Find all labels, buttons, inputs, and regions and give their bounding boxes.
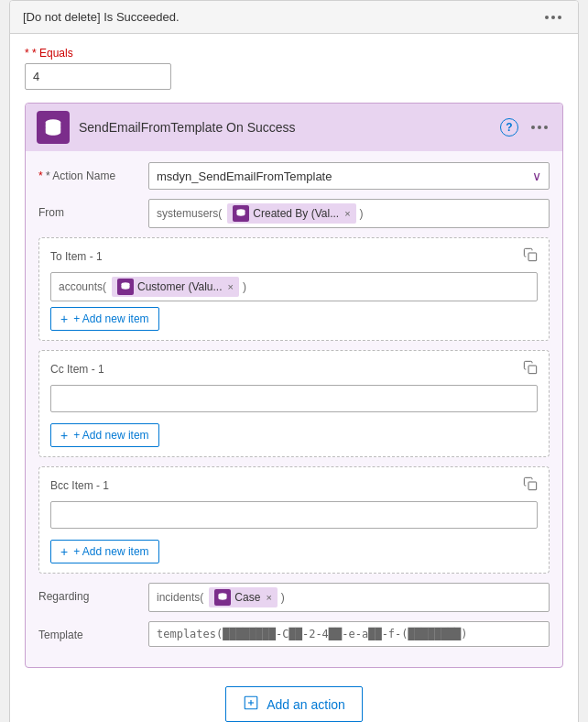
regarding-token-input[interactable]: incidents( Case × bbox=[148, 583, 550, 612]
main-card: [Do not delete] Is Succeeded. * Equals bbox=[9, 0, 579, 722]
from-token: Created By (Val... × bbox=[227, 203, 355, 224]
regarding-token-text: Case bbox=[234, 591, 260, 604]
svg-rect-2 bbox=[528, 253, 537, 261]
to-token-db-icon bbox=[120, 281, 131, 292]
template-text: templates(████████-C██-2-4██-e-a██-f-(██… bbox=[157, 628, 468, 640]
chevron-down-icon: ∨ bbox=[532, 169, 541, 183]
action-name-row: * Action Name msdyn_SendEmailFromTemplat… bbox=[38, 162, 550, 190]
cc-section-title: Cc Item - 1 bbox=[50, 363, 104, 376]
equals-label: * Equals bbox=[25, 47, 563, 60]
plus-icon: + bbox=[60, 312, 68, 326]
regarding-row: Regarding incidents( bbox=[38, 583, 550, 612]
to-add-item-label: + Add new item bbox=[73, 312, 148, 325]
cc-input[interactable] bbox=[50, 385, 538, 412]
bcc-plus-icon: + bbox=[60, 544, 68, 559]
bcc-section: Bcc Item - 1 + + Add new item bbox=[38, 466, 550, 574]
action-block-title-group: SendEmailFromTemplate On Success bbox=[37, 111, 296, 144]
header-more-options[interactable] bbox=[541, 14, 565, 21]
action-block: SendEmailFromTemplate On Success ? * Act… bbox=[25, 103, 563, 668]
template-row: Template templates(████████-C██-2-4██-e-… bbox=[38, 621, 550, 647]
bcc-input[interactable] bbox=[50, 501, 538, 529]
to-token-text: Customer (Valu... bbox=[137, 280, 222, 293]
from-token-input[interactable]: systemusers( Created By (Val... bbox=[148, 199, 550, 228]
regarding-value: incidents( Case × bbox=[148, 583, 550, 612]
copy-svg-icon bbox=[523, 247, 538, 262]
add-action-section: Add an action bbox=[25, 668, 563, 722]
svg-rect-4 bbox=[528, 366, 537, 374]
bcc-section-title: Bcc Item - 1 bbox=[50, 479, 109, 492]
token-database-icon bbox=[235, 208, 246, 219]
action-name-select[interactable]: msdyn_SendEmailFromTemplate ∨ bbox=[148, 162, 550, 190]
to-token: Customer (Valu... × bbox=[112, 277, 239, 297]
cc-add-new-item-button[interactable]: + + Add new item bbox=[50, 423, 159, 447]
to-token-icon bbox=[117, 279, 134, 295]
add-action-button[interactable]: Add an action bbox=[225, 686, 363, 722]
cc-add-item-label: + Add new item bbox=[73, 429, 148, 442]
to-section-title: To Item - 1 bbox=[50, 250, 103, 263]
template-label: Template bbox=[38, 621, 139, 641]
to-token-close[interactable]: × bbox=[228, 281, 234, 292]
to-token-input[interactable]: accounts( Customer (Valu... × bbox=[50, 272, 538, 301]
action-block-header: SendEmailFromTemplate On Success ? bbox=[26, 104, 562, 151]
cc-copy-svg-icon bbox=[523, 360, 538, 375]
to-section-header: To Item - 1 bbox=[50, 247, 538, 265]
bcc-section-header: Bcc Item - 1 bbox=[50, 476, 538, 494]
template-value: templates(████████-C██-2-4██-e-a██-f-(██… bbox=[148, 621, 550, 647]
regarding-label: Regarding bbox=[38, 583, 139, 603]
from-prefix: systemusers( bbox=[157, 207, 222, 220]
bcc-copy-svg-icon bbox=[523, 476, 538, 491]
from-token-icon bbox=[233, 205, 249, 222]
add-action-label: Add an action bbox=[267, 697, 345, 712]
template-input[interactable]: templates(████████-C██-2-4██-e-a██-f-(██… bbox=[148, 621, 550, 647]
database-icon bbox=[43, 117, 63, 137]
to-close-paren: ) bbox=[243, 280, 246, 293]
action-name-label: * Action Name bbox=[38, 162, 139, 182]
regarding-token-close[interactable]: × bbox=[266, 592, 271, 603]
bcc-add-new-item-button[interactable]: + + Add new item bbox=[50, 540, 159, 563]
from-token-close-paren: ) bbox=[360, 207, 364, 220]
cc-plus-icon: + bbox=[60, 428, 68, 443]
regarding-token-db-icon bbox=[217, 592, 228, 603]
bcc-add-item-label: + Add new item bbox=[73, 545, 148, 558]
card-body: * Equals SendEmailFromTemplate On Succes… bbox=[10, 34, 578, 722]
help-icon[interactable]: ? bbox=[500, 118, 518, 137]
action-more-options[interactable] bbox=[528, 124, 551, 131]
regarding-token-icon bbox=[214, 589, 231, 606]
add-action-icon bbox=[243, 695, 259, 714]
from-row: From systemusers( bbox=[38, 199, 550, 228]
to-copy-icon[interactable] bbox=[523, 247, 538, 265]
to-add-new-item-button[interactable]: + + Add new item bbox=[50, 307, 159, 331]
from-token-text: Created By (Val... bbox=[253, 207, 339, 220]
action-block-name: SendEmailFromTemplate On Success bbox=[79, 120, 296, 135]
cc-section: Cc Item - 1 + + Add new item bbox=[38, 350, 550, 457]
card-header-title: [Do not delete] Is Succeeded. bbox=[23, 10, 180, 24]
cc-copy-icon[interactable] bbox=[523, 360, 538, 377]
action-block-header-icons: ? bbox=[500, 118, 551, 137]
action-db-icon bbox=[37, 111, 70, 144]
bcc-copy-icon[interactable] bbox=[523, 476, 538, 494]
action-name-value: msdyn_SendEmailFromTemplate ∨ bbox=[148, 162, 550, 190]
from-value: systemusers( Created By (Val... bbox=[148, 199, 550, 228]
add-action-svg-icon bbox=[243, 695, 259, 711]
card-header: [Do not delete] Is Succeeded. bbox=[10, 1, 578, 34]
action-block-body: * Action Name msdyn_SendEmailFromTemplat… bbox=[26, 151, 562, 667]
to-section: To Item - 1 accounts( bbox=[38, 237, 550, 341]
to-prefix: accounts( bbox=[59, 280, 106, 293]
from-token-close[interactable]: × bbox=[344, 208, 350, 219]
regarding-token: Case × bbox=[209, 587, 277, 607]
equals-field-group: * Equals bbox=[25, 47, 563, 90]
regarding-close-paren: ) bbox=[281, 591, 285, 604]
from-label: From bbox=[38, 199, 139, 219]
cc-section-header: Cc Item - 1 bbox=[50, 360, 538, 377]
action-name-text: msdyn_SendEmailFromTemplate bbox=[157, 170, 332, 183]
equals-input[interactable] bbox=[25, 63, 171, 90]
regarding-prefix: incidents( bbox=[157, 591, 203, 604]
svg-rect-5 bbox=[528, 482, 537, 490]
